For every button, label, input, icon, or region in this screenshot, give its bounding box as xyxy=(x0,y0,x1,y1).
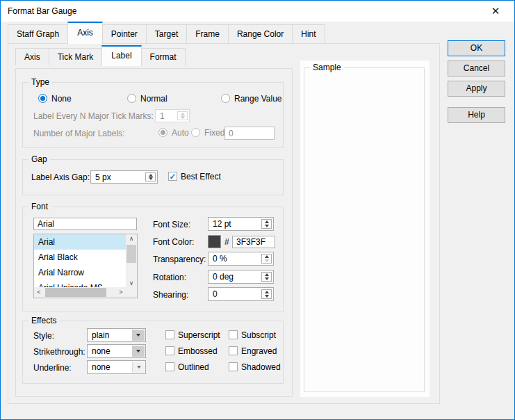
engraved-checkbox[interactable] xyxy=(229,346,238,355)
normal-radio-label: Normal xyxy=(140,93,167,104)
range-value-radio[interactable] xyxy=(221,94,230,103)
spin-down-icon xyxy=(178,116,187,120)
underline-value: none xyxy=(92,361,111,373)
subtab-tick-mark[interactable]: Tick Mark xyxy=(49,48,103,65)
rotation-spinner[interactable]: 0 deg xyxy=(208,270,274,284)
font-legend: Font xyxy=(28,202,51,212)
ok-button[interactable]: OK xyxy=(448,40,505,56)
sample-groupbox: Sample xyxy=(304,67,425,392)
strikethrough-label: Strikethrough: xyxy=(33,346,85,357)
number-major-labels-label: Number of Major Labels: xyxy=(33,128,124,139)
embossed-label: Embossed xyxy=(178,346,218,357)
vertical-scroll-thumb[interactable] xyxy=(126,245,136,263)
label-every-n-value: 1 xyxy=(160,110,165,122)
shearing-spinner[interactable]: 0 xyxy=(208,287,274,301)
font-color-swatch[interactable] xyxy=(208,235,221,248)
label-axis-gap-spinner[interactable]: 5 px xyxy=(90,170,158,184)
cancel-button[interactable]: Cancel xyxy=(448,60,505,76)
scrollbar-corner xyxy=(126,287,137,298)
format-bar-gauge-dialog: Format Bar Gauge ✕ Staff Graph Axis Poin… xyxy=(0,0,515,420)
scroll-left-icon[interactable]: < xyxy=(35,289,42,296)
outlined-checkbox[interactable] xyxy=(165,362,174,371)
label-axis-gap-spin-buttons[interactable] xyxy=(145,172,156,181)
rotation-label: Rotation: xyxy=(153,272,186,283)
font-list-item[interactable]: Arial xyxy=(34,234,126,250)
close-icon[interactable]: ✕ xyxy=(487,1,505,22)
spin-down-icon[interactable] xyxy=(262,277,271,281)
transparency-value: 0 % xyxy=(213,252,227,265)
tab-pointer[interactable]: Pointer xyxy=(102,24,147,43)
shearing-spin-buttons[interactable] xyxy=(261,289,272,299)
gap-legend: Gap xyxy=(28,154,50,165)
engraved-label: Engraved xyxy=(241,346,277,357)
scroll-up-icon[interactable]: ∧ xyxy=(126,235,137,242)
label-axis-gap-label: Label Axis Gap: xyxy=(31,172,90,183)
style-value: plain xyxy=(92,329,109,341)
subtab-label[interactable]: Label xyxy=(101,45,141,66)
label-every-n-label: Label Every N Major Tick Marks: xyxy=(33,111,154,122)
help-button[interactable]: Help xyxy=(448,107,505,123)
font-size-spinner[interactable]: 12 pt xyxy=(208,217,274,231)
subscript-checkbox[interactable] xyxy=(229,330,238,339)
style-dropdown[interactable]: plain xyxy=(87,328,146,342)
tab-target[interactable]: Target xyxy=(146,24,187,43)
underline-dropdown[interactable]: none xyxy=(87,360,146,374)
axis-sub-tab-strip: Axis Tick Mark Label Format xyxy=(15,47,185,65)
tab-frame[interactable]: Frame xyxy=(186,24,229,43)
label-every-n-spinner: 1 xyxy=(155,109,190,122)
transparency-label: Transparency: xyxy=(153,254,206,265)
font-color-hex-input[interactable] xyxy=(232,236,275,248)
spin-down-icon[interactable] xyxy=(262,294,271,298)
font-list-item[interactable]: Arial Narrow xyxy=(34,265,126,280)
subtab-axis[interactable]: Axis xyxy=(15,48,49,65)
tab-axis[interactable]: Axis xyxy=(67,22,103,44)
transparency-spin-buttons[interactable] xyxy=(261,254,272,264)
range-value-radio-label: Range Value xyxy=(234,93,282,104)
label-axis-gap-value: 5 px xyxy=(95,171,111,183)
spin-down-icon[interactable] xyxy=(262,224,271,228)
dropdown-arrow-icon[interactable] xyxy=(132,330,145,341)
best-effect-checkbox[interactable]: ✓ xyxy=(168,172,177,181)
font-name-input[interactable] xyxy=(33,218,137,230)
fixed-radio xyxy=(191,128,200,137)
title-bar: Format Bar Gauge ✕ xyxy=(1,1,514,22)
font-list[interactable]: Arial Arial Black Arial Narrow Arial Uni… xyxy=(33,234,138,298)
window-title: Format Bar Gauge xyxy=(8,1,76,22)
hash-label: # xyxy=(224,236,229,248)
tab-staff-graph[interactable]: Staff Graph xyxy=(8,24,68,43)
apply-button[interactable]: Apply xyxy=(448,81,505,97)
none-radio[interactable] xyxy=(38,94,47,103)
font-size-value: 12 pt xyxy=(213,218,231,230)
label-subtab-panel: Type None Normal Range Value Label Every… xyxy=(15,68,293,397)
rotation-spin-buttons[interactable] xyxy=(261,272,272,282)
font-size-spin-buttons[interactable] xyxy=(261,219,272,229)
dropdown-arrow-icon[interactable] xyxy=(132,362,145,373)
embossed-checkbox[interactable] xyxy=(165,346,174,355)
font-list-item[interactable]: Arial Black xyxy=(34,250,126,265)
sample-preview-panel: Sample xyxy=(300,60,430,397)
font-list-vertical-scrollbar[interactable]: ∧ ∨ xyxy=(126,234,137,287)
font-color-label: Font Color: xyxy=(153,236,194,248)
shadowed-checkbox[interactable] xyxy=(229,362,238,371)
tab-hint[interactable]: Hint xyxy=(292,24,325,43)
superscript-label: Superscript xyxy=(178,330,220,341)
strikethrough-value: none xyxy=(92,345,111,357)
scroll-right-icon[interactable]: > xyxy=(117,289,124,296)
subtab-format[interactable]: Format xyxy=(141,48,186,65)
superscript-checkbox[interactable] xyxy=(165,330,174,339)
font-list-horizontal-scrollbar[interactable]: < > xyxy=(34,287,126,298)
strikethrough-dropdown[interactable]: none xyxy=(87,344,146,358)
gap-groupbox: Gap Label Axis Gap: 5 px ✓ Best Effect xyxy=(22,159,284,195)
shadowed-label: Shadowed xyxy=(241,362,281,373)
tab-range-color[interactable]: Range Color xyxy=(228,24,293,43)
dropdown-arrow-icon[interactable] xyxy=(132,346,145,357)
horizontal-scroll-thumb[interactable] xyxy=(45,288,106,297)
spin-down-icon xyxy=(262,259,271,263)
effects-legend: Effects xyxy=(28,316,59,326)
label-every-n-spin-buttons xyxy=(177,111,188,120)
none-radio-label: None xyxy=(51,93,72,104)
transparency-spinner[interactable]: 0 % xyxy=(208,252,274,266)
normal-radio[interactable] xyxy=(127,94,136,103)
spin-down-icon[interactable] xyxy=(146,177,155,181)
scroll-down-icon[interactable]: ∨ xyxy=(126,280,137,286)
